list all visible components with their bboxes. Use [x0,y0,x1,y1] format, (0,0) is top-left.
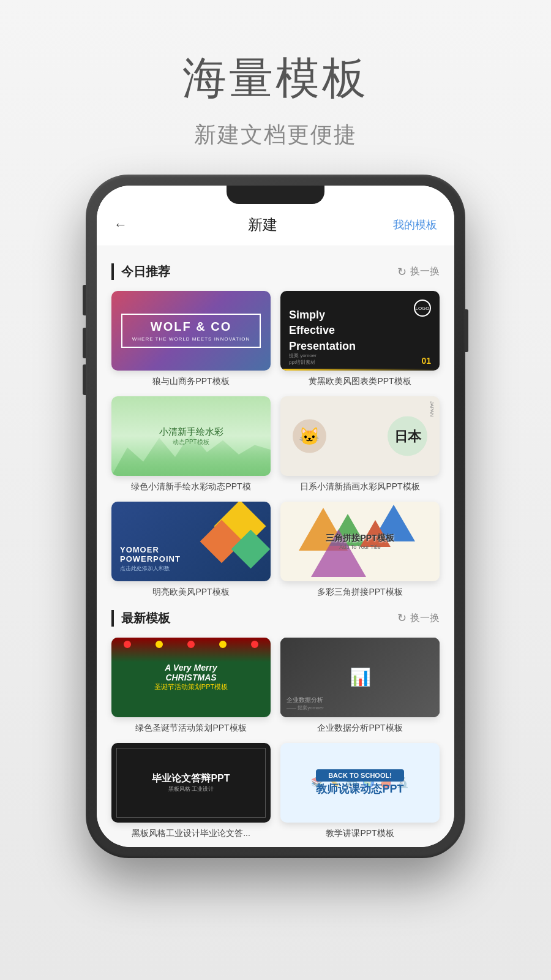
simply-main-text: SimplyEffectivePresentation [289,307,356,354]
page-sub-title: 新建文档更便捷 [182,120,369,150]
latest-refresh-icon: ↻ [397,611,407,625]
template-thumb-japan: 🐱 日本 JAPAN [280,396,440,476]
latest-section-header: 最新模板 ↻ 换一换 [111,610,440,627]
teacher-title: 教师说课动态PPT [316,782,403,796]
template-item-simply[interactable]: SimplyEffectivePresentation LOGO 提案 yomo… [280,291,440,386]
graduation-subtitle: 黑板风格 工业设计 [152,785,230,793]
japan-kanji: 日本 [394,427,421,445]
template-item-teacher[interactable]: 📚 ✏️ 🚌 🌍 🍎 🔬 BACK TO SCHOOL! 教师说课动态 [280,743,440,839]
wolf-title: WOLF & CO WHERE THE WORLD MEETS INNOVATI… [121,314,261,348]
yomoer-shapes [183,502,271,581]
teacher-label: 教学讲课PPT模板 [280,827,440,839]
wolf-label: 狼与山商务PPT模板 [111,375,271,386]
page-main-title: 海量模板 [182,49,369,108]
app-header-title: 新建 [248,215,277,235]
triangle-subtitle: Add To Your Title [326,544,394,550]
simply-label: 黄黑欧美风图表类PPT模板 [280,375,440,386]
template-item-wolf[interactable]: WOLF & CO WHERE THE WORLD MEETS INNOVATI… [111,291,271,386]
watercolor-label: 绿色小清新手绘水彩动态PPT模 [111,481,271,492]
today-refresh-label: 换一换 [410,265,440,278]
template-item-business[interactable]: 企业数据分析 —— 提案yomoer 📊 企业数据分析PPT模板 [280,638,440,733]
template-thumb-graduation: 毕业论文答辩PPT 黑板风格 工业设计 [111,743,271,823]
wolf-subtitle: WHERE THE WORLD MEETS INNOVATION [132,336,250,342]
simply-accent-line [280,369,440,371]
simply-logo: LOGO [414,300,431,317]
christmas-label: 绿色圣诞节活动策划PPT模板 [111,722,271,733]
template-item-japan[interactable]: 🐱 日本 JAPAN 日系小清新插画水彩风PPT模板 [280,396,440,492]
template-item-watercolor[interactable]: 小清新手绘水彩 动态PPT模板 绿色小清新手绘水彩动态PPT模 [111,396,271,492]
christmas-ball-4 [219,641,227,648]
template-item-christmas[interactable]: A Very MerryCHRISTMAS 圣诞节活动策划PPT模板 绿色圣诞节… [111,638,271,733]
phone-mockup: ← 新建 我的模板 今日推荐 ↻ 换一换 [86,175,465,858]
latest-refresh-label: 换一换 [410,612,440,625]
christmas-balls [111,641,271,648]
template-thumb-yomoer: YOMOERPOWERPOINT 点击此处添加人和数 [111,502,271,581]
back-button[interactable]: ← [114,217,132,233]
business-label-sub: —— 提案yomoer [287,704,324,711]
japan-text-en: JAPAN [429,401,435,417]
template-item-yomoer[interactable]: YOMOERPOWERPOINT 点击此处添加人和数 明亮欧美风PPT模板 [111,502,271,597]
phone-inner-shell: ← 新建 我的模板 今日推荐 ↻ 换一换 [97,186,454,847]
template-thumb-simply: SimplyEffectivePresentation LOGO 提案 yomo… [280,291,440,371]
christmas-title: A Very MerryCHRISTMAS [165,663,217,682]
refresh-icon: ↻ [397,265,407,279]
template-thumb-wolf: WOLF & CO WHERE THE WORLD MEETS INNOVATI… [111,291,271,371]
today-section-header: 今日推荐 ↻ 换一换 [111,263,440,280]
template-item-triangle[interactable]: 三角拼接PPT模板 Add To Your Title 多彩三角拼接PPT模板 [280,502,440,597]
template-thumb-watercolor: 小清新手绘水彩 动态PPT模板 [111,396,271,476]
japan-label: 日系小清新插画水彩风PPT模板 [280,481,440,492]
yomoer-label: 明亮欧美风PPT模板 [111,586,271,597]
template-thumb-business: 企业数据分析 —— 提案yomoer 📊 [280,638,440,717]
simply-number: 01 [421,356,431,366]
phone-notch [227,186,324,204]
latest-section-title: 最新模板 [111,610,170,627]
triangle-label: 多彩三角拼接PPT模板 [280,586,440,597]
my-templates-button[interactable]: 我的模板 [393,217,437,232]
latest-template-grid: A Very MerryCHRISTMAS 圣诞节活动策划PPT模板 绿色圣诞节… [111,638,440,839]
business-icon: 📊 [350,667,371,687]
today-template-grid: WOLF & CO WHERE THE WORLD MEETS INNOVATI… [111,291,440,598]
christmas-ball-1 [124,641,131,648]
today-refresh-button[interactable]: ↻ 换一换 [397,265,440,279]
template-item-graduation[interactable]: 毕业论文答辩PPT 黑板风格 工业设计 黑板风格工业设计毕业论文答... [111,743,271,839]
content-area: 今日推荐 ↻ 换一换 WOLF & CO WHERE T [97,246,454,847]
business-label: 企业数据分析PPT模板 [280,722,440,733]
triangle-title: 三角拼接PPT模板 [326,533,394,544]
graduation-title: 毕业论文答辩PPT [152,772,230,785]
business-label-cn: 企业数据分析 [287,696,323,704]
christmas-subtitle: 圣诞节活动策划PPT模板 [154,682,228,692]
phone-screen: ← 新建 我的模板 今日推荐 ↻ 换一换 [97,186,454,847]
christmas-ball-2 [156,641,163,648]
japan-circle: 日本 [388,417,427,456]
template-thumb-triangle: 三角拼接PPT模板 Add To Your Title [280,502,440,581]
watercolor-subtitle: 动态PPT模板 [173,438,209,447]
yomoer-title: YOMOERPOWERPOINT [120,545,181,564]
phone-outer-shell: ← 新建 我的模板 今日推荐 ↻ 换一换 [86,175,465,858]
japan-cat-icon: 🐱 [293,420,326,453]
simply-meta: 提案 yomoerppt培训素材 [289,352,317,366]
graduation-label: 黑板风格工业设计毕业论文答... [111,827,271,839]
yomoer-subtitle: 点击此处添加人和数 [120,565,170,573]
page-hero-section: 海量模板 新建文档更便捷 [182,49,369,150]
back-to-school-badge: BACK TO SCHOOL! [316,769,403,782]
latest-refresh-button[interactable]: ↻ 换一换 [397,611,440,625]
template-thumb-christmas: A Very MerryCHRISTMAS 圣诞节活动策划PPT模板 [111,638,271,717]
today-section-title: 今日推荐 [111,263,170,280]
watercolor-title: 小清新手绘水彩 [159,426,223,438]
christmas-ball-5 [251,641,258,648]
christmas-ball-3 [187,641,195,648]
template-thumb-teacher: 📚 ✏️ 🚌 🌍 🍎 🔬 BACK TO SCHOOL! 教师说课动态 [280,743,440,823]
